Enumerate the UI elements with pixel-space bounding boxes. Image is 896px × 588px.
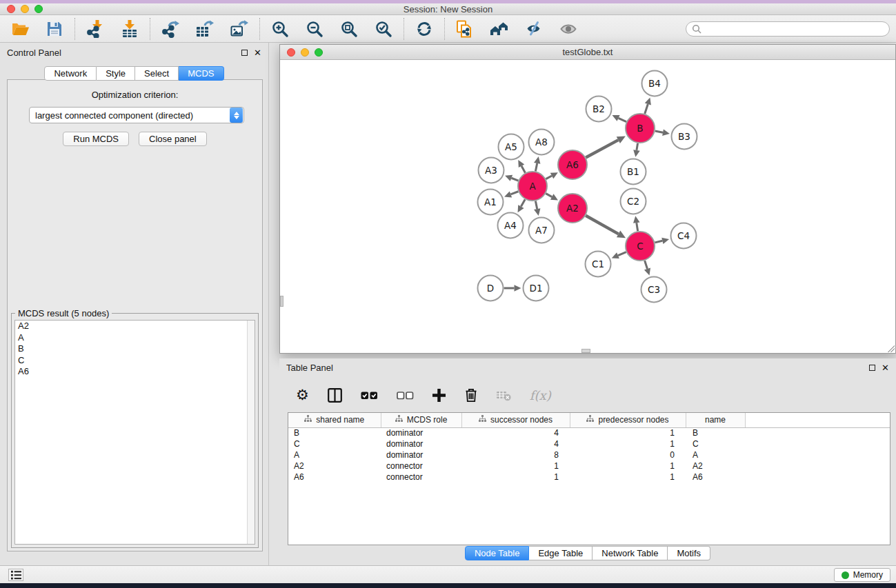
graph-node-label: C4 [677, 230, 690, 241]
tab-node-table[interactable]: Node Table [465, 546, 530, 560]
delete-row-icon[interactable] [464, 387, 478, 403]
zoom-fit-icon[interactable] [339, 19, 359, 39]
search-field[interactable] [686, 21, 890, 37]
graph-edge-arrow [661, 238, 669, 244]
list-icon [11, 570, 21, 580]
memory-button[interactable]: Memory [834, 568, 890, 582]
table-row[interactable]: A6connector11A6 [288, 472, 890, 483]
tab-motifs[interactable]: Motifs [668, 546, 710, 560]
zoom-in-icon[interactable] [270, 19, 290, 39]
graph-edge-A-A1[interactable] [510, 192, 518, 194]
graph-edge-A-A2[interactable] [546, 194, 552, 197]
graph-edge-A-A8[interactable] [535, 163, 537, 172]
home-view-icon[interactable] [489, 19, 510, 39]
table-panel-title: Table Panel [286, 363, 333, 373]
mcds-result-item[interactable]: C [15, 355, 255, 367]
run-mcds-button[interactable]: Run MCDS [63, 132, 129, 146]
result-scrollbar[interactable] [247, 321, 255, 544]
task-history-button[interactable] [8, 569, 23, 581]
tab-mcds[interactable]: MCDS [179, 66, 223, 81]
table-row[interactable]: Bdominator41B [288, 427, 890, 438]
mcds-result-title: MCDS result (5 nodes) [15, 308, 112, 318]
hide-selected-icon[interactable] [524, 19, 544, 39]
graph-edge-B-B3[interactable] [655, 131, 663, 132]
graph-edge-A-A7[interactable] [535, 201, 537, 210]
table-float-panel-icon[interactable] [869, 365, 875, 371]
export-image-icon[interactable] [229, 19, 250, 39]
save-session-icon[interactable] [44, 19, 65, 39]
tab-select[interactable]: Select [135, 66, 179, 81]
mcds-result-item[interactable]: B [15, 343, 255, 355]
search-input[interactable] [705, 23, 889, 34]
table-row[interactable]: A2connector11A2 [288, 460, 890, 472]
graph-edge-C-C2[interactable] [637, 223, 638, 231]
mcds-panel: Optimization criterion: largest connecte… [7, 79, 263, 551]
desktop-strip-bottom [0, 583, 896, 588]
column-header[interactable]: successor nodes [461, 413, 570, 427]
tab-edge-table[interactable]: Edge Table [529, 546, 593, 560]
function-builder-icon: f(x) [530, 388, 551, 403]
zoom-out-icon[interactable] [304, 19, 325, 39]
graph-edge-A2-C[interactable] [586, 216, 618, 234]
close-panel-icon[interactable]: ✕ [254, 48, 261, 57]
status-bar: Memory [0, 565, 896, 583]
zoom-selected-icon[interactable] [373, 19, 394, 39]
column-header[interactable]: name [686, 413, 745, 427]
graph-edge-arrow [515, 285, 521, 292]
graph-node-label: A2 [566, 203, 579, 214]
window-resize-grip[interactable] [888, 345, 895, 352]
table-settings-icon[interactable]: ⚙ [296, 387, 309, 403]
show-all-icon[interactable] [558, 19, 579, 39]
graph-node-label: A6 [566, 159, 579, 170]
graph-edge-C-C3[interactable] [645, 261, 648, 269]
network-window-titlebar[interactable]: testGlobe.txt [280, 45, 895, 60]
mcds-result-item[interactable]: A2 [15, 321, 255, 332]
table-row[interactable]: Adominator80A [288, 449, 890, 460]
network-graph[interactable]: B4B2BB3A8A5A6A3B1AC2A1A2A4A7C4CC1C3DD1 [280, 60, 895, 353]
criterion-select[interactable]: largest connected component (directed) [29, 107, 244, 123]
mcds-result-item[interactable]: A6 [15, 366, 255, 378]
column-layout-icon[interactable] [328, 388, 342, 403]
graph-edge-A-A6[interactable] [546, 176, 552, 179]
graph-edge-A6-B[interactable] [586, 140, 618, 157]
import-table-icon[interactable] [119, 19, 140, 39]
column-header[interactable]: shared name [288, 413, 381, 427]
export-table-icon[interactable] [195, 19, 215, 39]
add-row-icon[interactable] [432, 389, 446, 402]
graph-edge-B-B4[interactable] [645, 104, 648, 114]
graph-node-label: B4 [648, 78, 661, 89]
import-network-icon[interactable] [85, 19, 106, 39]
mcds-result-list[interactable]: A2ABCA6 [14, 320, 255, 545]
clone-network-icon[interactable] [455, 19, 475, 39]
tab-style[interactable]: Style [97, 66, 135, 81]
float-panel-icon[interactable] [241, 50, 248, 56]
graph-edge-A-A4[interactable] [521, 199, 525, 206]
select-all-rows-icon[interactable] [361, 390, 378, 401]
column-header[interactable]: MCDS role [381, 413, 461, 427]
graph-edge-B-B1[interactable] [637, 143, 638, 150]
tab-network[interactable]: Network [44, 66, 97, 81]
graph-edge-B-B2[interactable] [619, 118, 627, 121]
close-panel-button[interactable]: Close panel [139, 132, 207, 146]
graph-edge-C-C1[interactable] [618, 252, 626, 256]
export-network-icon[interactable] [160, 19, 181, 39]
column-header[interactable]: predecessor nodes [570, 413, 686, 427]
network-canvas[interactable]: B4B2BB3A8A5A6A3B1AC2A1A2A4A7C4CC1C3DD1 [280, 60, 895, 353]
tab-network-table[interactable]: Network Table [593, 546, 668, 560]
table-row[interactable]: Cdominator41C [288, 438, 890, 449]
open-file-icon[interactable] [10, 19, 30, 39]
refresh-layout-icon[interactable] [414, 19, 435, 39]
graph-edge-A-A3[interactable] [511, 178, 518, 181]
table-close-panel-icon[interactable]: ✕ [882, 363, 889, 372]
mcds-result-item[interactable]: A [15, 332, 255, 344]
control-panel: Control Panel ✕ Network Style Select MCD… [0, 43, 269, 565]
node-table[interactable]: shared nameMCDS rolesuccessor nodesprede… [288, 412, 890, 545]
column-header-filler [745, 413, 890, 427]
graph-node-label: D1 [530, 283, 543, 294]
canvas-bottom-scrollthumb[interactable] [581, 349, 590, 353]
graph-edge-A-A5[interactable] [521, 166, 525, 173]
main-toolbar [0, 15, 896, 43]
graph-edge-C-C4[interactable] [655, 241, 662, 243]
canvas-left-scrollthumb[interactable] [280, 296, 283, 307]
deselect-all-rows-icon[interactable] [397, 390, 414, 401]
